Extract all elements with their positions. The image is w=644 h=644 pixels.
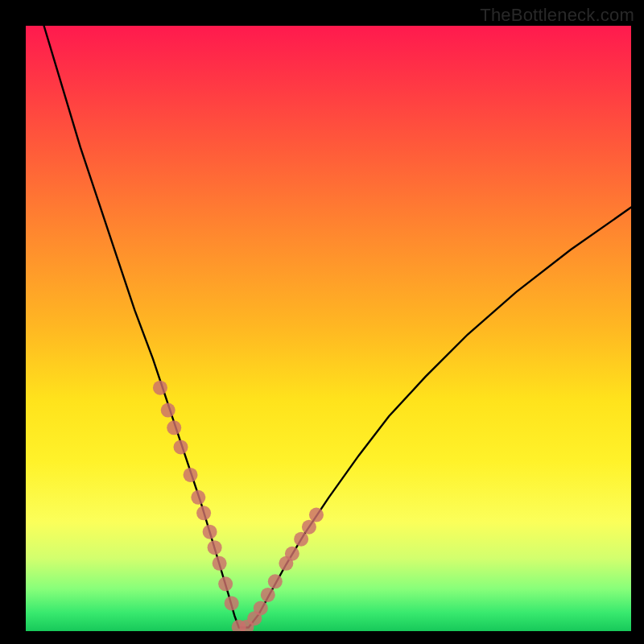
dot <box>184 468 198 482</box>
highlight-dots <box>153 381 324 631</box>
dot <box>254 601 268 615</box>
dot <box>208 540 222 555</box>
dot <box>309 508 324 522</box>
dot <box>285 547 299 561</box>
dot <box>153 381 167 395</box>
chart-svg <box>26 26 631 631</box>
chart-plot-area <box>26 26 631 631</box>
dot <box>161 403 175 418</box>
dot <box>167 420 181 435</box>
curve-path <box>44 26 631 627</box>
dot <box>174 440 188 454</box>
dot <box>225 596 239 610</box>
dot <box>191 490 205 505</box>
watermark-text: TheBottleneck.com <box>480 5 634 26</box>
chart-frame: TheBottleneck.com <box>0 0 644 644</box>
dot <box>196 506 211 520</box>
dot <box>302 520 316 535</box>
dot <box>203 525 217 539</box>
dot <box>294 532 308 547</box>
dot <box>213 556 227 571</box>
bottleneck-curve <box>44 26 631 627</box>
dot <box>268 574 283 588</box>
dot <box>218 576 233 591</box>
dot <box>261 588 275 602</box>
